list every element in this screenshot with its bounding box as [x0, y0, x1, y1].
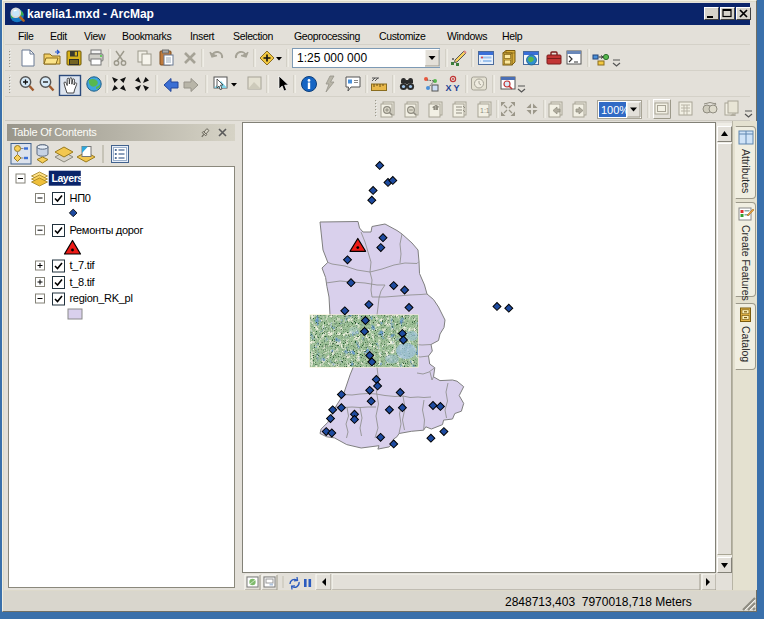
svg-text:t_8.tif: t_8.tif [70, 276, 96, 288]
svg-text:Ремонты дорог: Ремонты дорог [70, 224, 144, 236]
svg-text:region_RK_pl: region_RK_pl [70, 292, 133, 304]
svg-text:Y: Y [454, 83, 460, 93]
svg-text:НП0: НП0 [70, 192, 91, 204]
svg-text:X: X [446, 83, 452, 93]
svg-text:t_7.tif: t_7.tif [70, 259, 96, 271]
svg-text:Layers: Layers [52, 172, 84, 184]
svg-text:100%: 100% [601, 104, 629, 116]
svg-text:1:25 000 000: 1:25 000 000 [297, 51, 367, 65]
svg-text:1:1: 1:1 [480, 107, 490, 114]
